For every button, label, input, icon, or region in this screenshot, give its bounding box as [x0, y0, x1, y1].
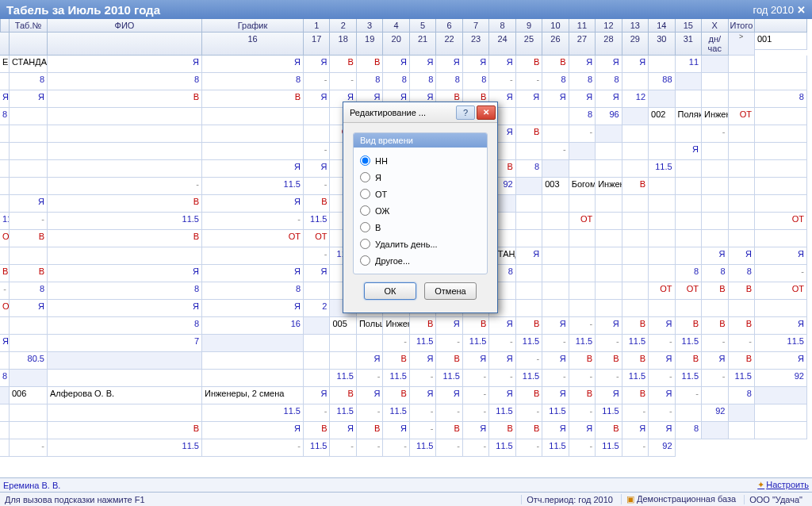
- day-cell[interactable]: [202, 247, 304, 265]
- day-cell[interactable]: Я: [410, 387, 436, 404]
- day-cell[interactable]: [542, 125, 569, 143]
- day-cell[interactable]: [569, 230, 596, 247]
- day-cell[interactable]: В: [729, 317, 755, 335]
- day-cell[interactable]: [569, 247, 596, 265]
- day-cell[interactable]: -: [729, 335, 755, 352]
- col-day-20[interactable]: 20: [383, 33, 409, 56]
- day-cell[interactable]: [702, 195, 728, 213]
- col-day-9[interactable]: 9: [516, 19, 542, 33]
- day-cell[interactable]: -: [649, 335, 675, 352]
- day-cell[interactable]: Я: [596, 56, 622, 73]
- day-cell[interactable]: [542, 265, 569, 282]
- day-cell[interactable]: В: [330, 387, 356, 404]
- day-cell[interactable]: Я: [702, 352, 728, 370]
- col-day-14[interactable]: 14: [649, 19, 675, 33]
- day-cell[interactable]: [676, 230, 702, 247]
- day-cell[interactable]: [676, 213, 702, 230]
- day-cell[interactable]: [569, 282, 596, 300]
- day-cell[interactable]: В: [622, 387, 649, 404]
- day-cell[interactable]: -: [569, 317, 596, 335]
- day-cell[interactable]: 11.5: [596, 404, 622, 422]
- day-cell[interactable]: 8: [0, 108, 10, 125]
- day-cell[interactable]: [10, 178, 48, 195]
- day-cell[interactable]: 11.5: [542, 404, 569, 422]
- cell-fio[interactable]: Полякова Н. С.: [676, 108, 702, 125]
- day-cell[interactable]: [702, 230, 728, 247]
- col-day-13[interactable]: 13: [622, 19, 649, 33]
- day-cell[interactable]: Я: [542, 90, 569, 108]
- cell-fio[interactable]: Богомолова О. А.: [569, 178, 596, 195]
- day-cell[interactable]: [304, 125, 330, 143]
- day-cell[interactable]: [649, 213, 675, 230]
- day-cell[interactable]: В: [702, 282, 728, 300]
- day-cell[interactable]: Я: [463, 56, 489, 73]
- day-cell[interactable]: Я: [463, 422, 489, 439]
- day-cell[interactable]: Я: [202, 300, 304, 317]
- day-cell[interactable]: [0, 247, 10, 265]
- day-cell[interactable]: 11.5: [48, 439, 202, 457]
- day-cell[interactable]: [755, 195, 807, 213]
- day-cell[interactable]: -: [357, 404, 383, 422]
- day-cell[interactable]: Я: [10, 195, 48, 213]
- day-cell[interactable]: Я: [0, 90, 10, 108]
- col-day-12[interactable]: 12: [596, 19, 622, 33]
- day-cell[interactable]: 11.5: [596, 439, 622, 457]
- day-cell[interactable]: Я: [383, 56, 409, 73]
- day-cell[interactable]: В: [489, 422, 515, 439]
- day-cell[interactable]: [516, 108, 542, 125]
- day-cell[interactable]: [542, 230, 569, 247]
- col-day-4[interactable]: 4: [383, 19, 409, 33]
- day-cell[interactable]: Я: [304, 56, 330, 73]
- day-cell[interactable]: В: [410, 317, 436, 335]
- day-cell[interactable]: [702, 160, 728, 178]
- day-cell[interactable]: 8: [702, 265, 728, 282]
- day-cell[interactable]: 11.5: [463, 335, 489, 352]
- day-cell[interactable]: [596, 265, 622, 282]
- day-cell[interactable]: [649, 300, 675, 317]
- day-cell[interactable]: Я: [516, 90, 542, 108]
- day-cell[interactable]: В: [622, 352, 649, 370]
- day-cell[interactable]: -: [357, 370, 383, 387]
- day-cell[interactable]: В: [729, 282, 755, 300]
- day-cell[interactable]: -: [489, 335, 515, 352]
- day-cell[interactable]: [542, 247, 569, 265]
- day-cell[interactable]: -: [330, 439, 356, 457]
- day-cell[interactable]: [702, 143, 728, 160]
- day-cell[interactable]: 8: [569, 108, 596, 125]
- day-cell[interactable]: 11.5: [676, 335, 702, 352]
- total-cell[interactable]: 92: [702, 404, 728, 422]
- day-cell[interactable]: 8: [463, 73, 489, 90]
- day-cell[interactable]: В: [569, 387, 596, 404]
- col-day-23[interactable]: 23: [463, 33, 489, 56]
- day-cell[interactable]: ОТ: [755, 282, 807, 300]
- day-cell[interactable]: -: [10, 439, 48, 457]
- day-cell[interactable]: -: [410, 370, 436, 387]
- total-cell[interactable]: 8: [729, 387, 755, 404]
- day-cell[interactable]: -: [516, 73, 542, 90]
- day-cell[interactable]: [755, 143, 807, 160]
- day-cell[interactable]: -: [463, 387, 489, 404]
- day-cell[interactable]: В: [676, 352, 702, 370]
- day-cell[interactable]: 8: [48, 282, 202, 300]
- day-cell[interactable]: В: [0, 265, 10, 282]
- col-total-sub[interactable]: дн/час: [702, 33, 728, 56]
- total-cell[interactable]: -: [542, 143, 569, 160]
- day-cell[interactable]: [10, 108, 48, 125]
- day-cell[interactable]: [702, 300, 728, 317]
- cell-tabno[interactable]: 006: [10, 387, 48, 404]
- day-cell[interactable]: Я: [569, 90, 596, 108]
- day-cell[interactable]: [676, 160, 702, 178]
- day-cell[interactable]: [48, 143, 202, 160]
- col-schedule[interactable]: График: [202, 19, 304, 33]
- row-indicator[interactable]: [304, 317, 330, 335]
- day-cell[interactable]: В: [383, 387, 409, 404]
- col-day-25[interactable]: 25: [516, 33, 542, 56]
- day-cell[interactable]: -: [516, 352, 542, 370]
- row-indicator[interactable]: >: [729, 33, 755, 56]
- day-cell[interactable]: В: [10, 265, 48, 282]
- day-cell[interactable]: Я: [410, 352, 436, 370]
- day-cell[interactable]: 11.5: [304, 439, 330, 457]
- day-cell[interactable]: ОТ: [569, 213, 596, 230]
- day-cell[interactable]: 11.5: [436, 370, 462, 387]
- day-cell[interactable]: [0, 317, 10, 335]
